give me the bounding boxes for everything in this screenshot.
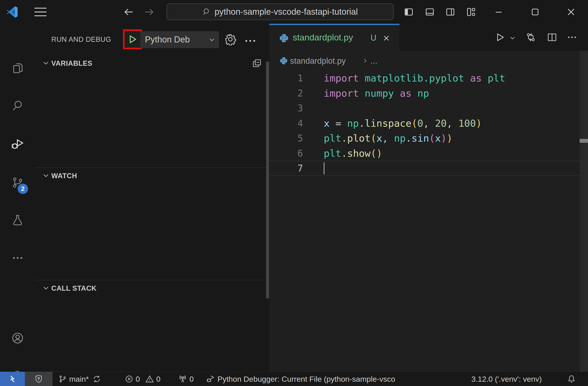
code-line[interactable]: 4x = np.linspace(0, 20, 100) bbox=[269, 116, 580, 131]
debug-bug-icon bbox=[206, 374, 215, 384]
chevron-down-icon bbox=[42, 285, 49, 291]
forward-arrow-icon[interactable] bbox=[144, 7, 155, 17]
customize-layout-icon[interactable] bbox=[466, 7, 477, 17]
sync-icon[interactable] bbox=[92, 375, 101, 383]
close-icon[interactable] bbox=[566, 7, 576, 17]
sidebar-item-testing[interactable] bbox=[0, 208, 35, 233]
section-watch[interactable]: WATCH bbox=[35, 168, 269, 183]
sidebar-item-run-and-debug[interactable] bbox=[0, 132, 35, 156]
error-icon bbox=[125, 375, 133, 383]
editor-group: standardplot.py U bbox=[269, 24, 588, 371]
line-number: 5 bbox=[269, 133, 303, 143]
line-number: 2 bbox=[269, 88, 303, 98]
vscode-logo bbox=[6, 6, 18, 18]
collapse-all-icon[interactable] bbox=[252, 58, 262, 68]
python-file-icon bbox=[279, 33, 289, 43]
section-divider bbox=[35, 280, 269, 280]
sidebar-item-source-control[interactable] bbox=[0, 170, 35, 195]
git-untracked-badge: U bbox=[371, 33, 377, 43]
python-file-icon bbox=[280, 57, 288, 65]
sidebar-item-search[interactable] bbox=[0, 93, 35, 118]
toggle-secondary-sidebar-icon[interactable] bbox=[445, 7, 456, 17]
breadcrumb-item-file[interactable]: standardplot.py bbox=[290, 56, 346, 66]
ellipsis-icon bbox=[11, 251, 24, 264]
debug-config-dropdown[interactable]: Python Deb bbox=[140, 31, 219, 48]
debug-status-label: Python Debugger: Current File (python-sa… bbox=[217, 375, 395, 384]
section-label: CALL STACK bbox=[51, 284, 97, 292]
overview-ruler-marker bbox=[580, 139, 588, 143]
code-line[interactable]: 5plt.plot(x, np.sin(x)) bbox=[269, 131, 580, 146]
section-call-stack[interactable]: CALL STACK bbox=[35, 281, 269, 296]
views-more-actions[interactable] bbox=[243, 34, 257, 48]
toggle-primary-sidebar-icon[interactable] bbox=[403, 7, 414, 17]
problems-status[interactable]: 0 0 bbox=[125, 372, 161, 386]
debug-config-label: Python Deb bbox=[145, 35, 190, 44]
ports-count: 0 bbox=[189, 375, 194, 384]
sidebar-scrollbar[interactable] bbox=[266, 62, 269, 298]
editor-scrollbar[interactable] bbox=[580, 51, 588, 371]
status-bar: main* 0 0 0 Python Debugger: Cu bbox=[0, 371, 588, 386]
line-number: 1 bbox=[269, 73, 303, 83]
source-control-badge: 2 bbox=[18, 184, 28, 194]
open-changes-icon[interactable] bbox=[525, 32, 536, 43]
code-line[interactable]: 7 bbox=[269, 161, 580, 176]
chevron-down-icon bbox=[42, 172, 49, 179]
code-text: plt.show() bbox=[324, 148, 382, 159]
code-line[interactable]: 3 bbox=[269, 101, 580, 116]
ports-status[interactable]: 0 bbox=[178, 372, 194, 386]
line-number: 4 bbox=[269, 118, 303, 129]
code-area: 1import matplotlib.pyplot as plt2import … bbox=[269, 71, 580, 176]
sidebar-title: RUN AND DEBUG bbox=[51, 36, 111, 44]
tab-filename: standardplot.py bbox=[293, 33, 353, 42]
run-and-debug-sidebar: RUN AND DEBUG Python Deb VARIABLES bbox=[35, 24, 269, 371]
code-line[interactable]: 2import numpy as np bbox=[269, 86, 580, 101]
line-number: 3 bbox=[269, 103, 303, 113]
warning-count: 0 bbox=[156, 375, 161, 384]
search-value: python-sample-vscode-fastapi-tutorial bbox=[214, 7, 358, 17]
vscode-window: python-sample-vscode-fastapi-tutorial bbox=[0, 0, 588, 386]
error-count: 0 bbox=[136, 375, 140, 384]
run-dropdown-chevron-icon[interactable] bbox=[509, 34, 516, 41]
chevron-down-icon bbox=[42, 60, 49, 66]
activity-more-actions[interactable] bbox=[0, 246, 35, 270]
sidebar-item-explorer[interactable] bbox=[0, 56, 35, 81]
debug-status[interactable]: Python Debugger: Current File (python-sa… bbox=[206, 372, 438, 386]
debug-icon bbox=[11, 137, 24, 151]
beaker-icon bbox=[11, 214, 24, 227]
menu-icon[interactable] bbox=[34, 7, 47, 17]
section-label: WATCH bbox=[51, 172, 77, 180]
tab-close-icon[interactable] bbox=[382, 34, 390, 42]
code-text: import matplotlib.pyplot as plt bbox=[324, 73, 505, 84]
remote-icon bbox=[7, 374, 18, 384]
run-python-file-button[interactable] bbox=[495, 32, 505, 43]
branch-label: main* bbox=[69, 375, 89, 384]
editor-more-actions[interactable] bbox=[567, 32, 577, 43]
maximize-icon[interactable] bbox=[530, 7, 541, 17]
command-center-search[interactable]: python-sample-vscode-fastapi-tutorial bbox=[167, 3, 394, 20]
split-editor-icon[interactable] bbox=[547, 32, 557, 43]
section-variables[interactable]: VARIABLES bbox=[35, 56, 269, 71]
account-button[interactable] bbox=[0, 326, 35, 350]
breadcrumb: standardplot.py ... bbox=[269, 51, 588, 71]
toggle-panel-icon[interactable] bbox=[424, 7, 435, 17]
debug-start-button[interactable] bbox=[127, 34, 138, 45]
python-interpreter-status[interactable]: 3.12.0 ('.venv': venv) bbox=[471, 372, 542, 386]
remote-indicator[interactable] bbox=[0, 372, 25, 386]
code-line[interactable]: 1import matplotlib.pyplot as plt bbox=[269, 71, 580, 86]
line-number: 7 bbox=[269, 163, 303, 174]
radio-tower-icon bbox=[178, 374, 187, 384]
section-label: VARIABLES bbox=[51, 59, 92, 68]
title-bar: python-sample-vscode-fastapi-tutorial bbox=[0, 0, 588, 24]
tab-standardplot[interactable]: standardplot.py U bbox=[269, 24, 399, 51]
activity-bar: 2 BR bbox=[0, 24, 35, 371]
debug-settings-gear[interactable] bbox=[224, 33, 236, 45]
code-text: x = np.linspace(0, 20, 100) bbox=[324, 118, 482, 129]
breadcrumb-item-symbol[interactable]: ... bbox=[371, 56, 377, 66]
git-branch-status[interactable]: main* bbox=[58, 372, 101, 386]
python-version-label: 3.12.0 ('.venv': venv) bbox=[471, 375, 542, 384]
workspace-trust-badge[interactable] bbox=[25, 372, 52, 386]
minimize-icon[interactable] bbox=[494, 7, 504, 17]
back-arrow-icon[interactable] bbox=[123, 7, 134, 17]
code-line[interactable]: 6plt.show() bbox=[269, 146, 580, 161]
notifications-bell[interactable] bbox=[567, 372, 576, 386]
